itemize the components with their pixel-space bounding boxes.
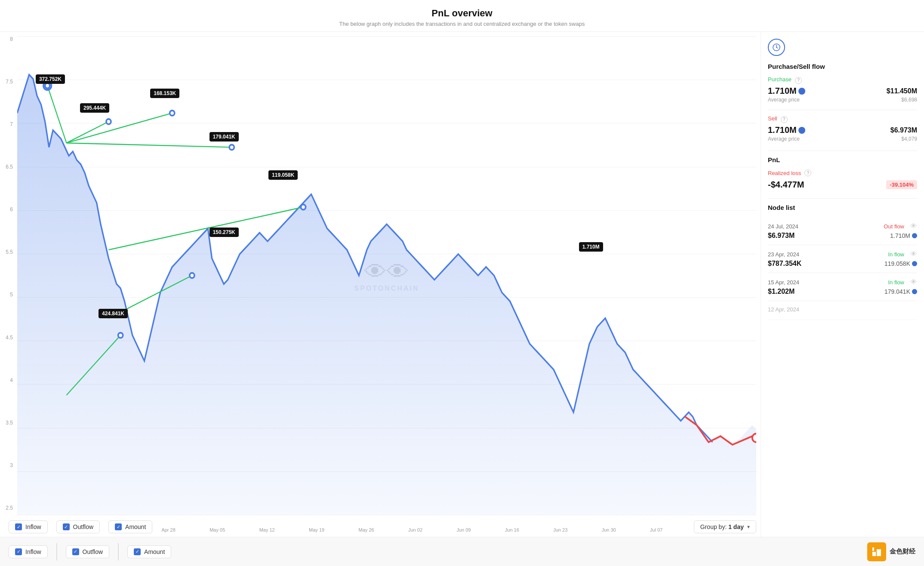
chart-svg: [17, 36, 756, 515]
chart-legend: ✓ Inflow ✓ Outflow ✓ Amount: [9, 520, 152, 533]
y-label-7: 7: [0, 121, 13, 127]
node-flow-3: In flow: [888, 279, 904, 286]
bottom-outflow[interactable]: ✓ Outflow: [66, 545, 109, 558]
bottom-outflow-checkbox[interactable]: ✓: [72, 548, 79, 555]
x-label-may12: May 12: [259, 527, 275, 532]
svg-point-11: [229, 145, 234, 150]
svg-rect-20: [872, 552, 876, 556]
legend-amount-label: Amount: [125, 523, 146, 530]
chart-inner: 👁👁 SPOTONCHAIN: [17, 36, 756, 515]
chart-tooltip-168: 168.153K: [150, 89, 179, 98]
pnl-help-icon[interactable]: ?: [804, 169, 811, 176]
realized-loss-row: -$4.477M -39.104%: [768, 180, 917, 190]
purchase-label: Purchase: [768, 76, 792, 83]
node-usd-3: $1.202M: [768, 288, 795, 295]
x-label-apr28: Apr 28: [161, 527, 175, 532]
node-date-2: 23 Apr, 2024: [768, 251, 799, 258]
panel-timer: [768, 39, 917, 56]
sell-amount-left: 1.710M: [768, 125, 805, 135]
bottom-inflow[interactable]: ✓ Inflow: [9, 545, 48, 558]
eye-icon-1[interactable]: 👁: [910, 222, 917, 230]
page-subtitle: The below graph only includes the transa…: [0, 21, 924, 27]
chart-tooltip-150: 150.275K: [209, 228, 239, 237]
x-label-jun02: Jun 02: [408, 527, 422, 532]
bottom-amount-checkbox[interactable]: ✓: [134, 548, 141, 555]
node-amounts-1: $6.973M 1.710M: [768, 232, 917, 240]
svg-rect-22: [872, 548, 874, 551]
x-label-jun30: Jun 30: [602, 527, 616, 532]
node-token-icon-1: [912, 233, 917, 238]
svg-point-8: [45, 83, 50, 88]
node-date-1: 24 Jul, 2024: [768, 223, 798, 230]
node-amounts-2: $787.354K 119.058K: [768, 260, 917, 268]
y-label-25: 2.5: [0, 505, 13, 511]
chevron-down-icon: ▾: [747, 524, 750, 530]
y-axis: 8 7.5 7 6.5 6 5.5 5 4.5 4 3.5 3 2.5: [0, 32, 13, 515]
chart-tooltip-179: 179.041K: [209, 132, 239, 142]
eye-icon-3[interactable]: 👁: [910, 278, 917, 286]
node-flow-1: Out flow: [884, 223, 904, 230]
timer-icon: [768, 39, 785, 56]
legend-outflow-label: Outflow: [73, 523, 93, 530]
legend-amount[interactable]: ✓ Amount: [108, 520, 152, 533]
x-label-jul07: Jul 07: [650, 527, 662, 532]
chart-tooltip-372: 372.752K: [36, 74, 65, 84]
sell-help-icon[interactable]: ?: [781, 116, 788, 123]
purchase-avg-value: $6,698: [901, 97, 917, 103]
svg-point-12: [301, 205, 305, 210]
purchase-token-icon: [798, 88, 805, 95]
purchase-flow-item: Purchase ? 1.710M $11.450M Average price…: [768, 76, 917, 103]
chart-tooltip-424: 424.841K: [99, 309, 128, 318]
sell-flow-item: Sell ? 1.710M $6.973M Average price $4,0…: [768, 115, 917, 142]
svg-line-1: [67, 122, 109, 143]
realized-loss-label: Realized loss: [768, 170, 801, 176]
legend-amount-checkbox[interactable]: ✓: [115, 523, 122, 530]
legend-outflow[interactable]: ✓ Outflow: [56, 520, 100, 533]
group-by-select[interactable]: Group by: 1 day ▾: [694, 520, 756, 533]
legend-inflow[interactable]: ✓ Inflow: [9, 520, 48, 533]
purchase-flow-row: 1.710M $11.450M: [768, 86, 917, 96]
eye-icon-2[interactable]: 👁: [910, 250, 917, 258]
bottom-amount[interactable]: ✓ Amount: [127, 545, 171, 558]
node-date-3: 15 Apr, 2024: [768, 279, 799, 286]
node-amounts-3: $1.202M 179.041K: [768, 288, 917, 295]
pnl-title: PnL: [768, 156, 917, 163]
svg-point-19: [776, 47, 777, 48]
node-item-4: 12 Apr, 2024: [768, 301, 917, 320]
x-label-may19: May 19: [309, 527, 324, 532]
sell-token-icon: [798, 127, 805, 134]
svg-point-13: [190, 273, 194, 278]
legend-inflow-checkbox[interactable]: ✓: [15, 523, 22, 530]
x-label-may05: May 05: [209, 527, 225, 532]
sell-label: Sell: [768, 115, 777, 122]
bottom-inflow-checkbox[interactable]: ✓: [15, 548, 22, 555]
realized-loss-amount: -$4.477M: [768, 180, 804, 190]
jinjin-text: 金色财经: [890, 548, 915, 556]
sell-avg-label: Average price: [768, 136, 800, 142]
svg-point-10: [170, 111, 175, 116]
node-item-2: 23 Apr, 2024 In flow 👁 $787.354K 119.058…: [768, 245, 917, 273]
jinjin-icon: [867, 542, 886, 561]
y-label-6: 6: [0, 206, 13, 212]
node-usd-2: $787.354K: [768, 260, 801, 268]
flow-section: Purchase ? 1.710M $11.450M Average price…: [768, 76, 917, 142]
purchase-help-icon[interactable]: ?: [795, 77, 802, 84]
purchase-amount: 1.710M: [768, 86, 797, 96]
chart-tooltip-1710: 1.710M: [579, 242, 603, 252]
svg-line-3: [67, 143, 232, 147]
sell-usd: $6.973M: [890, 126, 917, 134]
node-list-title: Node list: [768, 204, 917, 211]
bottom-divider-1: [56, 543, 57, 560]
node-token-3: 179.041K: [884, 288, 917, 295]
sell-avg-row: Average price $4,079: [768, 136, 917, 142]
sell-amount: 1.710M: [768, 125, 797, 135]
legend-inflow-label: Inflow: [25, 523, 41, 530]
node-item-1: 24 Jul, 2024 Out flow 👁 $6.973M 1.710M: [768, 217, 917, 245]
svg-point-9: [106, 119, 111, 124]
sell-avg-value: $4,079: [901, 136, 917, 142]
y-label-5: 5: [0, 292, 13, 298]
x-label-jun16: Jun 16: [505, 527, 519, 532]
y-label-55: 5.5: [0, 249, 13, 255]
legend-outflow-checkbox[interactable]: ✓: [63, 523, 70, 530]
group-by-text: Group by: 1 day: [700, 523, 744, 530]
